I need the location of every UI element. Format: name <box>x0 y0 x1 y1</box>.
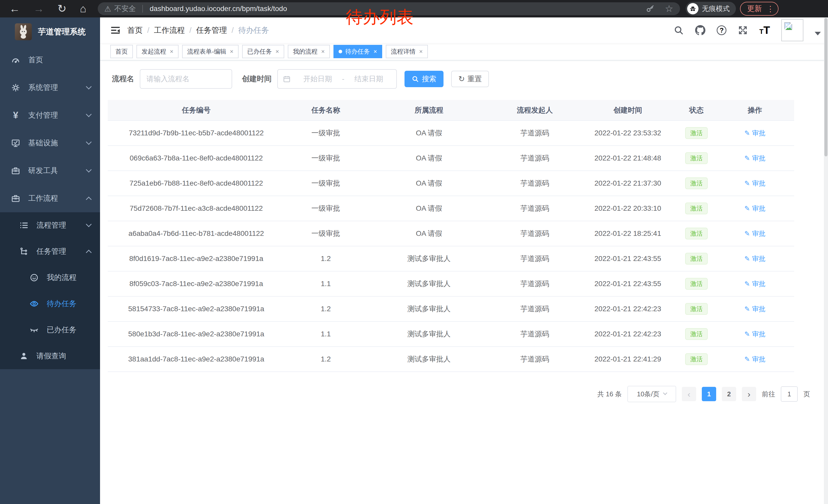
approve-link[interactable]: ✎审批 <box>744 254 765 263</box>
table-row: 8f0d1619-7ac8-11ec-a9e2-a2380e71991a 1.2… <box>108 246 794 271</box>
sidebar-item-devtools[interactable]: 研发工具 <box>0 157 100 185</box>
sidebar-collapse-icon[interactable] <box>100 25 127 35</box>
sidebar-item-infrastructure[interactable]: 基础设施 <box>0 129 100 157</box>
sidebar-item-home[interactable]: 首页 <box>0 46 100 74</box>
close-icon[interactable]: × <box>321 48 325 55</box>
close-icon[interactable]: × <box>276 48 279 55</box>
chevron-down-icon <box>86 221 92 227</box>
process-name-label: 流程名 <box>112 74 134 84</box>
sidebar-item-my-process[interactable]: 我的流程 <box>0 265 100 291</box>
table-header-row: 任务编号 任务名称 所属流程 流程发起人 创建时间 状态 操作 <box>108 100 794 121</box>
cell-process: OA 请假 <box>367 121 491 146</box>
breadcrumb-task-management[interactable]: 任务管理 <box>196 25 227 36</box>
bookmark-star-icon[interactable]: ☆ <box>665 3 673 14</box>
cell-starter: 芋道源码 <box>491 321 578 347</box>
page-2-button[interactable]: 2 <box>722 387 736 401</box>
status-badge: 激活 <box>685 278 708 290</box>
tag-start-process[interactable]: 发起流程× <box>136 45 178 58</box>
cell-process: OA 请假 <box>367 221 491 246</box>
workflow-submenu: 流程管理 任务管理 我的流程 待办任务 已办 <box>0 212 100 369</box>
incognito-icon <box>687 3 699 14</box>
status-badge: 激活 <box>685 253 708 265</box>
next-page-button[interactable]: › <box>742 387 756 401</box>
close-icon[interactable]: × <box>230 48 234 55</box>
breadcrumb-workflow[interactable]: 工作流程 <box>154 25 185 36</box>
goto-page-input[interactable] <box>781 386 798 402</box>
browser-chrome: ← → ↻ ⌂ ⚠ 不安全 dashboard.yudao.iocoder.cn… <box>0 0 828 17</box>
monitor-icon <box>10 138 21 148</box>
page-content: 流程名 创建时间 开始日期 - 结束日期 搜索 ↻ <box>100 60 828 504</box>
key-icon[interactable] <box>646 4 655 13</box>
approve-link[interactable]: ✎审批 <box>744 305 765 314</box>
gear-icon <box>10 83 21 92</box>
forward-icon[interactable]: → <box>33 3 44 14</box>
prev-page-button[interactable]: ‹ <box>682 387 696 401</box>
search-button[interactable]: 搜索 <box>405 71 444 87</box>
tag-home[interactable]: 首页 <box>110 45 133 58</box>
cell-created: 2022-01-21 22:41:29 <box>578 347 677 372</box>
app-logo[interactable]: 芋道管理系统 <box>0 17 100 46</box>
sidebar-item-system[interactable]: 系统管理 <box>0 74 100 101</box>
process-name-input[interactable] <box>140 69 232 89</box>
home-icon[interactable]: ⌂ <box>80 3 86 14</box>
app-title: 芋道管理系统 <box>38 27 86 37</box>
cell-starter: 芋道源码 <box>491 296 578 321</box>
scrollbar-thumb[interactable] <box>824 18 827 156</box>
col-starter: 流程发起人 <box>491 100 578 121</box>
github-icon[interactable] <box>695 25 705 35</box>
close-icon[interactable]: × <box>419 48 423 55</box>
tag-process-detail[interactable]: 流程详情× <box>386 45 428 58</box>
sidebar-item-todo-tasks[interactable]: 待办任务 <box>0 291 100 317</box>
approve-link[interactable]: ✎审批 <box>744 279 765 288</box>
search-icon[interactable] <box>673 25 684 35</box>
approve-link[interactable]: ✎审批 <box>744 355 765 364</box>
pencil-icon: ✎ <box>744 255 750 263</box>
cell-created: 2022-01-22 21:48:48 <box>578 146 677 171</box>
close-icon[interactable]: × <box>170 48 173 55</box>
tag-process-form-edit[interactable]: 流程表单-编辑× <box>182 45 239 58</box>
close-icon[interactable]: × <box>373 48 377 55</box>
cell-process: 测试多审批人 <box>367 347 491 372</box>
tag-todo-tasks[interactable]: 待办任务× <box>333 45 382 58</box>
page-1-button[interactable]: 1 <box>702 387 716 401</box>
reload-icon[interactable]: ↻ <box>57 3 67 14</box>
menu-dots-icon[interactable]: ⋮ <box>767 4 774 13</box>
approve-link[interactable]: ✎审批 <box>744 204 765 213</box>
reset-button[interactable]: ↻ 重置 <box>451 71 489 87</box>
help-icon[interactable]: ? <box>717 26 727 35</box>
approve-link[interactable]: ✎审批 <box>744 154 765 163</box>
sidebar-item-process-management[interactable]: 流程管理 <box>0 212 100 238</box>
sidebar-item-leave-query[interactable]: 请假查询 <box>0 343 100 369</box>
sidebar-item-payment[interactable]: ¥ 支付管理 <box>0 101 100 129</box>
yen-icon: ¥ <box>10 111 21 120</box>
chevron-down-icon[interactable] <box>815 32 821 35</box>
tag-my-process[interactable]: 我的流程× <box>288 45 330 58</box>
back-icon[interactable]: ← <box>9 3 20 14</box>
sidebar-item-task-management[interactable]: 任务管理 <box>0 238 100 265</box>
fullscreen-icon[interactable] <box>738 25 748 35</box>
status-badge: 激活 <box>685 202 708 215</box>
scrollbar[interactable] <box>824 17 828 504</box>
cell-created: 2022-01-22 18:25:41 <box>578 221 677 246</box>
tag-done-tasks[interactable]: 已办任务× <box>242 45 284 58</box>
status-badge: 激活 <box>685 303 708 315</box>
col-actions: 操作 <box>716 100 794 121</box>
approve-link[interactable]: ✎审批 <box>744 179 765 188</box>
page-size-select[interactable]: 10条/页 <box>627 386 676 402</box>
sidebar-item-workflow[interactable]: 工作流程 <box>0 185 100 212</box>
chevron-down-icon <box>86 139 92 145</box>
browser-update-button[interactable]: 更新 ⋮ <box>740 2 779 16</box>
font-size-icon[interactable]: TT <box>759 25 770 36</box>
approve-link[interactable]: ✎审批 <box>744 229 765 238</box>
approve-link[interactable]: ✎审批 <box>744 330 765 339</box>
breadcrumb: 首页 / 工作流程 / 任务管理 / 待办任务 <box>127 25 269 36</box>
table-row: 069c6a63-7b8a-11ec-8ef0-acde48001122 一级审… <box>108 146 794 171</box>
breadcrumb-home[interactable]: 首页 <box>127 25 142 36</box>
avatar[interactable] <box>781 19 803 41</box>
cell-actions: ✎审批 <box>716 196 794 221</box>
date-range-picker[interactable]: 开始日期 - 结束日期 <box>277 69 397 89</box>
approve-link[interactable]: ✎审批 <box>744 129 765 138</box>
sidebar-item-done-tasks[interactable]: 已办任务 <box>0 317 100 343</box>
eye-closed-icon <box>29 325 40 334</box>
status-badge: 激活 <box>685 127 708 139</box>
